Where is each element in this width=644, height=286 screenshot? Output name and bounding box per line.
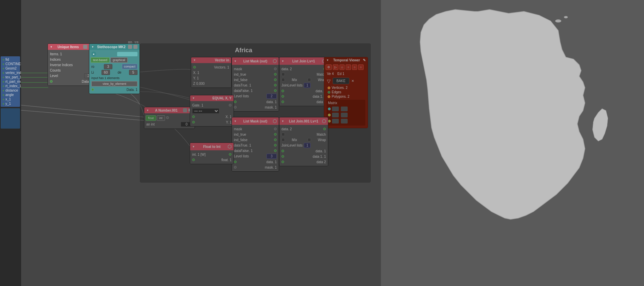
sidebar-item: ● angle <box>2 93 19 97</box>
map-area <box>381 0 644 286</box>
sidebar-item: ● y_1 <box>2 101 19 106</box>
node-editor: [[0, 1]] Africa ▼ Unique Items Items. 1 … <box>21 0 381 286</box>
sidebar-item: ● vertex_index <box>2 71 19 75</box>
africa-frame <box>140 43 371 183</box>
node-row-inverse: Inverse Indices <box>48 62 95 68</box>
text-based-btn[interactable]: text-based <box>91 57 110 63</box>
socket-data-in[interactable] <box>50 80 53 83</box>
graphical-btn[interactable]: graphical <box>110 57 128 63</box>
stethoscope-ro-row: ro 3 compact <box>89 63 140 70</box>
node-row-level: Level 2 <box>48 73 95 79</box>
stethoscope-input[interactable] <box>117 52 137 56</box>
stethoscope-btn-row: text-based graphical <box>89 57 140 63</box>
node-row-items: Items. 1 <box>48 51 95 57</box>
node-close-btn[interactable] <box>133 45 137 49</box>
stethoscope-view-row: view_by_element <box>89 81 140 87</box>
unique-items-node: ▼ Unique Items Items. 1 Indices Inverse … <box>48 43 95 86</box>
svg-point-15 <box>564 16 568 18</box>
sidebar-item: ● rt_index_1 <box>2 84 19 88</box>
svg-line-5 <box>21 105 144 117</box>
unique-items-body: Items. 1 Indices Inverse Indices Counts … <box>48 50 95 85</box>
node-menu-btn[interactable] <box>83 45 87 49</box>
svg-point-14 <box>555 19 561 22</box>
stethoscope-body: ● text-based graphical ro 3 compact Li 6… <box>89 50 140 94</box>
view-by-element-btn[interactable]: view_by_element <box>91 81 137 87</box>
left-sidebar: ● fid ● CONTINENT ● Geom2 ● vertex_index… <box>0 0 21 286</box>
sidebar-item: ● tex_part_1 <box>2 75 19 79</box>
compact-btn[interactable]: compact <box>122 64 137 69</box>
svg-line-6 <box>21 110 144 120</box>
sidebar-item: ● x_1 <box>2 97 19 101</box>
node-row-indices: Indices <box>48 57 95 62</box>
unique-items-header[interactable]: ▼ Unique Items <box>48 44 95 50</box>
stethoscope-node: ▼ Stethoscope MK2 ● text-based graphical… <box>89 43 140 94</box>
stethoscope-icon-row: ● <box>89 51 140 57</box>
stethoscope-icon: ● <box>91 52 96 56</box>
node-row-counts: Counts <box>48 68 95 73</box>
sidebar-item: ● fid <box>2 57 19 62</box>
stethoscope-header[interactable]: ▼ Stethoscope MK2 <box>89 44 140 50</box>
stethoscope-info-row: input has 1 elements <box>89 75 140 81</box>
sidebar-item: ● rt_part_ring <box>2 79 19 84</box>
stethoscope-li-row: Li 60 de 5 <box>89 70 140 75</box>
socket-stetho-in[interactable] <box>91 88 94 91</box>
stethoscope-data-row: Data. 1 <box>89 87 140 92</box>
node-menu-btn[interactable] <box>128 45 132 49</box>
sidebar-item: ● CONTINENT <box>2 62 19 66</box>
sidebar-item: ● Geom2 <box>2 66 19 71</box>
node-row-data: Data. 1 <box>48 79 95 84</box>
africa-map-svg <box>381 0 644 286</box>
sidebar-item: ● distance <box>2 88 19 93</box>
